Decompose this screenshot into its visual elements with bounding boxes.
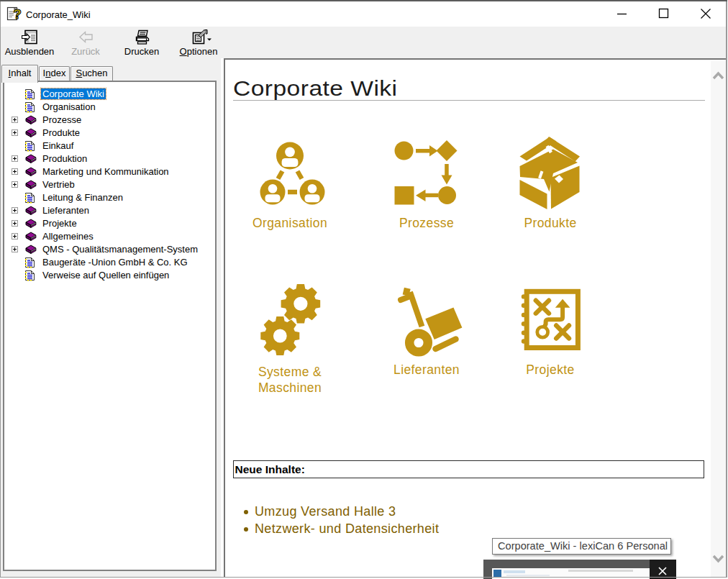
svg-text:?: ? bbox=[13, 6, 22, 22]
